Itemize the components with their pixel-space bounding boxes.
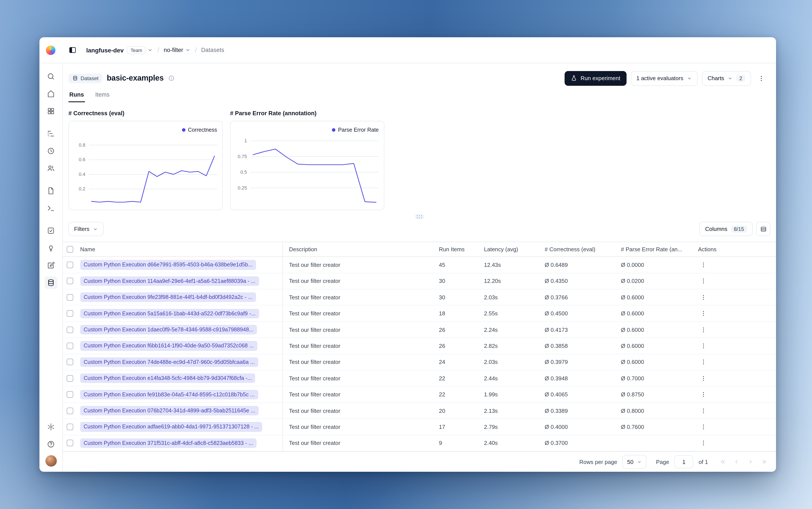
filters-button[interactable]: Filters bbox=[68, 222, 104, 236]
sidebar-item-suggestions[interactable] bbox=[45, 242, 57, 254]
row-height-button[interactable] bbox=[756, 222, 770, 236]
table-row[interactable]: Custom Python Execution 1daec0f9-5e78-43… bbox=[63, 322, 776, 338]
table-row[interactable]: Custom Python Execution fe91b83e-04a5-47… bbox=[63, 386, 776, 403]
sidebar-toggle-button[interactable] bbox=[68, 46, 77, 54]
run-name-cell[interactable]: Custom Python Execution 114aa9ef-29e6-4e… bbox=[80, 273, 283, 289]
row-actions-button[interactable] bbox=[698, 292, 708, 303]
table-row[interactable]: Custom Python Execution 9fe23f98-881e-44… bbox=[63, 290, 776, 306]
run-name-cell[interactable]: Custom Python Execution 076b2704-341d-48… bbox=[80, 403, 283, 419]
row-actions-button[interactable] bbox=[698, 405, 708, 416]
run-name-pill[interactable]: Custom Python Execution 114aa9ef-29e6-4e… bbox=[80, 276, 259, 286]
row-checkbox[interactable] bbox=[63, 423, 80, 430]
row-checkbox[interactable] bbox=[63, 262, 80, 268]
run-name-pill[interactable]: Custom Python Execution fe91b83e-04a5-47… bbox=[80, 389, 258, 399]
header-parse-error[interactable]: # Parse Error Rate (an... bbox=[615, 246, 692, 253]
table-row[interactable]: Custom Python Execution 076b2704-341d-48… bbox=[63, 403, 776, 419]
tab-runs[interactable]: Runs bbox=[68, 90, 85, 102]
row-checkbox[interactable] bbox=[63, 278, 80, 284]
run-name-pill[interactable]: Custom Python Execution 1daec0f9-5e78-43… bbox=[80, 325, 257, 335]
row-checkbox[interactable] bbox=[63, 375, 80, 381]
first-page-button[interactable] bbox=[717, 456, 729, 468]
run-name-cell[interactable]: Custom Python Execution f6bb1614-1f90-40… bbox=[80, 338, 283, 354]
run-name-cell[interactable]: Custom Python Execution 1daec0f9-5e78-43… bbox=[80, 322, 283, 338]
table-row[interactable]: Custom Python Execution 5a15a616-1bab-44… bbox=[63, 306, 776, 322]
run-name-cell[interactable]: Custom Python Execution 74de488e-ec9d-47… bbox=[80, 354, 283, 370]
row-checkbox[interactable] bbox=[63, 407, 80, 414]
run-name-cell[interactable]: Custom Python Execution 5a15a616-1bab-44… bbox=[80, 306, 283, 321]
row-checkbox[interactable] bbox=[63, 391, 80, 398]
run-name-pill[interactable]: Custom Python Execution 5a15a616-1bab-44… bbox=[80, 309, 259, 318]
page-number-input[interactable] bbox=[674, 455, 693, 468]
org-chevron-down-icon[interactable] bbox=[147, 47, 153, 53]
row-actions-button[interactable] bbox=[698, 389, 708, 400]
run-experiment-button[interactable]: Run experiment bbox=[565, 71, 627, 86]
table-row[interactable]: Custom Python Execution f6bb1614-1f90-40… bbox=[63, 338, 776, 354]
run-name-cell[interactable]: Custom Python Execution adfae619-abb0-4d… bbox=[80, 419, 283, 435]
sidebar-item-evaluators[interactable] bbox=[45, 225, 57, 237]
row-checkbox[interactable] bbox=[63, 327, 80, 333]
header-latency[interactable]: Latency (avg) bbox=[478, 246, 539, 253]
header-actions-menu-button[interactable] bbox=[755, 71, 767, 86]
project-name[interactable]: no-filter bbox=[164, 47, 183, 53]
row-checkbox[interactable] bbox=[63, 343, 80, 349]
run-name-pill[interactable]: Custom Python Execution 74de488e-ec9d-47… bbox=[80, 357, 258, 367]
run-name-cell[interactable]: Custom Python Execution fe91b83e-04a5-47… bbox=[80, 386, 283, 402]
user-avatar[interactable] bbox=[45, 455, 57, 467]
tab-items[interactable]: Items bbox=[95, 90, 110, 102]
next-page-button[interactable] bbox=[744, 456, 756, 468]
row-checkbox[interactable] bbox=[63, 294, 80, 301]
table-row[interactable]: Custom Python Execution 74de488e-ec9d-47… bbox=[63, 354, 776, 370]
run-name-cell[interactable]: Custom Python Execution e14fa348-5cfc-49… bbox=[80, 370, 283, 386]
sidebar-item-tracing[interactable] bbox=[45, 127, 57, 140]
row-actions-button[interactable] bbox=[698, 422, 708, 432]
table-row[interactable]: Custom Python Execution d66e7991-8595-45… bbox=[63, 257, 776, 273]
prev-page-button[interactable] bbox=[731, 456, 743, 468]
sidebar-item-dashboards[interactable] bbox=[45, 105, 57, 117]
row-actions-button[interactable] bbox=[698, 373, 708, 383]
row-actions-button[interactable] bbox=[698, 308, 708, 318]
row-actions-button[interactable] bbox=[698, 325, 708, 335]
header-description[interactable]: Description bbox=[283, 246, 433, 253]
row-checkbox[interactable] bbox=[63, 310, 80, 317]
run-name-pill[interactable]: Custom Python Execution e14fa348-5cfc-49… bbox=[80, 373, 256, 383]
table-row[interactable]: Custom Python Execution e14fa348-5cfc-49… bbox=[63, 370, 776, 386]
rows-per-page-select[interactable]: 50 bbox=[622, 455, 646, 469]
sidebar-item-playground[interactable] bbox=[45, 202, 57, 214]
row-actions-button[interactable] bbox=[698, 260, 708, 270]
header-name[interactable]: Name bbox=[80, 242, 283, 257]
run-name-pill[interactable]: Custom Python Execution adfae619-abb0-4d… bbox=[80, 422, 262, 432]
run-name-cell[interactable]: Custom Python Execution d66e7991-8595-45… bbox=[80, 257, 283, 273]
sidebar-item-datasets[interactable] bbox=[45, 276, 57, 289]
sidebar-item-annotation[interactable] bbox=[45, 259, 57, 272]
last-page-button[interactable] bbox=[758, 456, 770, 468]
info-icon[interactable] bbox=[168, 75, 174, 81]
select-all-checkbox[interactable] bbox=[63, 246, 80, 253]
run-name-pill[interactable]: Custom Python Execution 9fe23f98-881e-44… bbox=[80, 293, 256, 302]
resize-grip-icon[interactable] bbox=[415, 214, 424, 219]
row-actions-button[interactable] bbox=[698, 357, 708, 367]
header-correctness[interactable]: # Correctness (eval) bbox=[539, 246, 615, 253]
org-name[interactable]: langfuse-dev bbox=[86, 46, 124, 54]
breadcrumb-section[interactable]: Datasets bbox=[201, 47, 224, 53]
active-evaluators-dropdown[interactable]: 1 active evaluators bbox=[631, 71, 698, 86]
row-actions-button[interactable] bbox=[698, 341, 708, 351]
run-name-cell[interactable]: Custom Python Execution 9fe23f98-881e-44… bbox=[80, 290, 283, 305]
run-name-pill[interactable]: Custom Python Execution f6bb1614-1f90-40… bbox=[80, 341, 257, 351]
row-actions-button[interactable] bbox=[698, 438, 708, 448]
table-row[interactable]: Custom Python Execution adfae619-abb0-4d… bbox=[63, 419, 776, 435]
row-actions-button[interactable] bbox=[698, 276, 708, 286]
sidebar-item-home[interactable] bbox=[45, 88, 57, 100]
header-run-items[interactable]: Run Items bbox=[433, 246, 478, 253]
columns-button[interactable]: Columns 8/15 bbox=[700, 222, 753, 236]
run-name-pill[interactable]: Custom Python Execution 371f531c-abff-4d… bbox=[80, 438, 257, 448]
sidebar-item-help[interactable] bbox=[45, 438, 57, 450]
project-chevron-down-icon[interactable] bbox=[185, 47, 191, 53]
run-name-pill[interactable]: Custom Python Execution d66e7991-8595-45… bbox=[80, 260, 256, 270]
table-row[interactable]: Custom Python Execution 114aa9ef-29e6-4e… bbox=[63, 273, 776, 290]
row-checkbox[interactable] bbox=[63, 359, 80, 365]
run-name-cell[interactable]: Custom Python Execution 371f531c-abff-4d… bbox=[80, 435, 283, 451]
sidebar-item-settings[interactable] bbox=[45, 420, 57, 433]
sidebar-item-prompts[interactable] bbox=[45, 184, 57, 197]
sidebar-item-users[interactable] bbox=[45, 162, 57, 175]
table-row[interactable]: Custom Python Execution 371f531c-abff-4d… bbox=[63, 435, 776, 451]
